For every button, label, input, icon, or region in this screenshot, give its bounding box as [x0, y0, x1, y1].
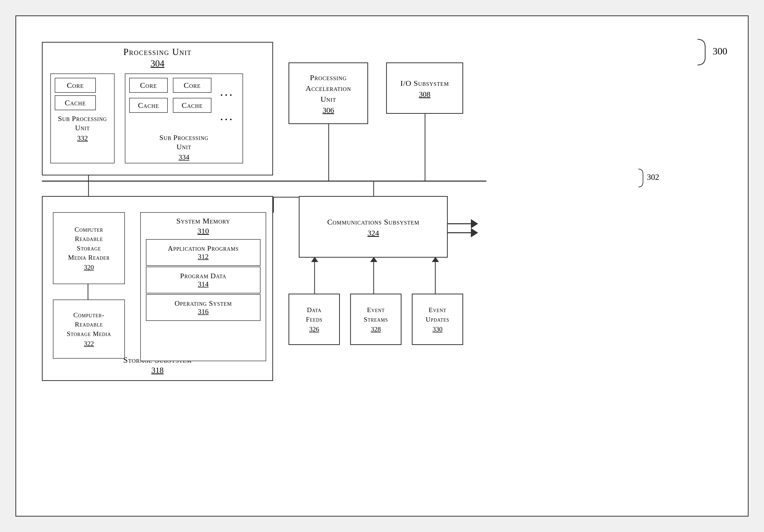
vline-bus-storage [88, 181, 89, 197]
crsm-box: Computer- Readable Storage Media 322 [53, 299, 125, 359]
accel-unit-box: Processing Acceleration Unit 306 [288, 63, 368, 124]
sub-unit-334-label: Sub Processing Unit [129, 133, 239, 152]
storage-subsystem-ref: 318 [43, 366, 272, 375]
crsm-reader-ref: 320 [84, 264, 94, 271]
sub-unit-332-box: Core Cache Sub Processing Unit 332 [50, 74, 114, 163]
app-programs-label: Application Programs [149, 244, 258, 253]
event-streams-box: Event Streams 328 [350, 293, 402, 345]
dots-top-334: . . . [220, 88, 232, 97]
operating-system-box: Operating System 316 [146, 294, 261, 321]
data-feeds-ref: 326 [309, 325, 319, 333]
diagram: Processing Unit 304 Core Cache Sub Proce… [37, 37, 696, 495]
comm-arrow-bottom [448, 228, 478, 237]
sub-unit-334-ref: 334 [129, 153, 239, 161]
processing-unit-label: Processing Unit [43, 47, 272, 57]
core-box-334-2: Core [173, 78, 211, 93]
vline-event-updates [435, 258, 436, 295]
operating-system-label: Operating System [149, 299, 258, 307]
vline-bus-comm [373, 181, 374, 197]
processing-unit-box: Processing Unit 304 Core Cache Sub Proce… [42, 42, 273, 175]
data-feeds-label: Data Feeds [306, 305, 322, 324]
app-programs-box: Application Programs 312 [146, 239, 261, 266]
system-memory-label: System Memory [141, 213, 266, 227]
accel-unit-ref: 306 [323, 106, 334, 114]
io-subsystem-label: I/O Subsystem [400, 78, 449, 89]
vline-to-comm-box [273, 197, 274, 213]
system-memory-box: System Memory 310 Application Programs 3… [140, 212, 266, 361]
arrow-head-streams [370, 257, 377, 262]
system-memory-ref: 310 [141, 227, 266, 235]
core-box-332: Core [55, 78, 96, 93]
program-data-box: Program Data 314 [146, 266, 261, 293]
program-data-ref: 314 [149, 280, 258, 288]
cache-box-334-2: Cache [173, 98, 211, 113]
event-streams-ref: 328 [371, 325, 381, 333]
sub-unit-334-box: Core Cache Core Cache . . . . . . Sub Pr… [125, 74, 243, 163]
sub-unit-332-ref: 332 [55, 134, 110, 142]
bus-line [42, 181, 486, 182]
event-streams-label: Event Streams [364, 305, 388, 324]
io-subsystem-ref: 308 [419, 90, 431, 98]
comm-subsystem-label: Communications Subsystem [327, 217, 420, 227]
arrow-head-feeds [311, 257, 318, 262]
arrow-head-updates [432, 257, 439, 262]
processing-unit-ref: 304 [43, 58, 272, 69]
cache-box-332: Cache [55, 95, 96, 110]
storage-subsystem-box: Storage Subsystem 318 Computer Readable … [42, 196, 273, 381]
crsm-reader-label: Computer Readable Storage Media Reader [68, 225, 110, 263]
vline-accel-bus [328, 124, 329, 181]
comm-arrow-top [448, 219, 478, 228]
vline-reader-media [88, 284, 89, 301]
dots-bottom-334: . . . [220, 112, 232, 122]
crsm-reader-box: Computer Readable Storage Media Reader 3… [53, 212, 125, 284]
vline-event-streams [373, 258, 374, 295]
cache-box-334-1: Cache [129, 98, 168, 113]
sub-unit-332-label: Sub Processing Unit [55, 114, 110, 133]
io-subsystem-box: I/O Subsystem 308 [386, 63, 463, 114]
page: 300 Processing Unit 304 Core Cache Sub P… [15, 15, 749, 517]
core-box-334-1: Core [129, 78, 168, 93]
vline-io-bus [425, 114, 425, 181]
crsm-label: Computer- Readable Storage Media [67, 310, 111, 339]
operating-system-ref: 316 [149, 307, 258, 316]
bus-ref-label: 302 [631, 168, 659, 188]
crsm-ref: 322 [84, 340, 94, 348]
event-updates-ref: 330 [433, 325, 443, 333]
comm-subsystem-ref: 324 [368, 229, 379, 237]
program-data-label: Program Data [149, 272, 258, 280]
vline-data-feeds [314, 258, 315, 295]
event-updates-label: Event Updates [426, 305, 449, 324]
comm-subsystem-box: Communications Subsystem 324 [299, 196, 448, 258]
app-programs-ref: 312 [149, 253, 258, 261]
accel-unit-label: Processing Acceleration Unit [305, 72, 351, 104]
event-updates-box: Event Updates 330 [412, 293, 463, 345]
data-feeds-box: Data Feeds 326 [288, 293, 340, 345]
